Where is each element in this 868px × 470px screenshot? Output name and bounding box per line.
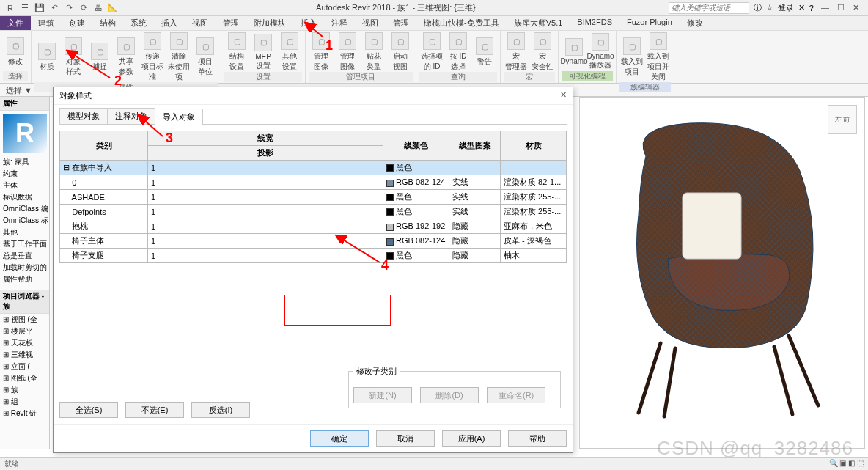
user-icon[interactable]: ☆ xyxy=(766,3,773,12)
ribbon-结构设置[interactable]: ▢结构设置 xyxy=(224,32,249,72)
tree-item[interactable]: ⊞ Revit 链 xyxy=(0,408,49,419)
ribbon-警告[interactable]: ▢警告 xyxy=(472,32,497,72)
menu-附加模块[interactable]: 附加模块 xyxy=(246,16,293,30)
menu-视图[interactable]: 视图 xyxy=(355,16,386,30)
menu-视图[interactable]: 视图 xyxy=(185,16,216,30)
tree-item[interactable]: ⊞ 视图 (全 xyxy=(0,314,49,326)
apply-button[interactable]: 应用(A) xyxy=(442,430,501,447)
print-icon[interactable]: 🖶 xyxy=(92,2,104,14)
tree-item[interactable]: ⊞ 楼层平 xyxy=(0,326,49,337)
ribbon-其他设置[interactable]: ▢其他设置 xyxy=(277,32,302,72)
ribbon-材质[interactable]: ▢材质 xyxy=(34,32,59,82)
tree-item[interactable]: ⊞ 族 xyxy=(0,384,49,396)
search-input[interactable] xyxy=(669,2,749,14)
info-icon[interactable]: ⓘ xyxy=(754,2,762,13)
file-menu[interactable]: 文件 xyxy=(0,16,31,30)
menu-创建[interactable]: 创建 xyxy=(62,16,92,30)
object-styles-table[interactable]: 类别 线宽 线颜色 线型图案 材质 投影 ⊟ 在族中导入1黑色 01RGB 08… xyxy=(59,131,567,263)
tree-item[interactable]: ⊞ 图纸 (全 xyxy=(0,372,49,384)
ribbon-Dynamo播放器[interactable]: ▢Dynamo播放器 xyxy=(588,32,613,71)
ribbon-捕捉[interactable]: ▢捕捉 xyxy=(87,32,112,82)
ribbon-载入到项目并关闭[interactable]: ▢载入到项目并关闭 xyxy=(646,32,671,82)
invert-button[interactable]: 反选(I) xyxy=(191,402,250,418)
menu-橄榄山快模-免费工具[interactable]: 橄榄山快模-免费工具 xyxy=(416,16,507,30)
save-icon[interactable]: 💾 xyxy=(34,2,45,14)
table-row[interactable]: Defpoints1黑色实线渲染材质 255-... xyxy=(60,205,567,219)
3d-viewport[interactable]: 左 前 xyxy=(579,97,865,449)
table-row[interactable]: ASHADE1黑色实线渲染材质 255-... xyxy=(60,190,567,205)
sync-icon[interactable]: ⟳ xyxy=(78,2,89,14)
revit-icon[interactable]: R xyxy=(4,2,16,14)
ribbon-MEP设置[interactable]: ▢MEP设置 xyxy=(251,32,276,72)
tab-注释对象[interactable]: 注释对象 xyxy=(107,108,155,124)
ribbon-宏安全性[interactable]: ▢宏安全性 xyxy=(530,32,555,72)
login-link[interactable]: 登录 xyxy=(778,2,794,13)
table-row[interactable]: 抱枕1RGB 192-192隐藏亚麻布，米色 xyxy=(60,219,567,234)
tab-导入对象[interactable]: 导入对象 xyxy=(155,109,203,125)
menu-管理[interactable]: 管理 xyxy=(216,16,246,30)
tree-item[interactable]: ⊞ 组 xyxy=(0,396,49,408)
ribbon-管理图像[interactable]: ▢管理图像 xyxy=(335,32,360,72)
exchange-icon[interactable]: ✕ xyxy=(798,3,805,12)
prop-row[interactable]: 其他 xyxy=(0,227,49,238)
ribbon-清除未使用项[interactable]: ▢清除未使用项 xyxy=(166,32,191,82)
undo-icon[interactable]: ↶ xyxy=(48,2,60,14)
table-row[interactable]: 01RGB 082-124实线渲染材质 82-1... xyxy=(60,175,567,190)
cancel-button[interactable]: 取消 xyxy=(376,430,435,447)
prop-row[interactable]: 标识数据 xyxy=(0,191,49,203)
prop-row[interactable]: 基于工作平面 xyxy=(0,238,49,250)
ribbon-项目单位[interactable]: ▢项目单位 xyxy=(193,32,218,82)
max-icon[interactable]: ☐ xyxy=(834,3,847,12)
menu-系统[interactable]: 系统 xyxy=(123,16,154,30)
menu-插入[interactable]: 插入 xyxy=(154,16,185,30)
ribbon-Dynamo[interactable]: ▢Dynamo xyxy=(562,32,586,71)
table-row[interactable]: ⊟ 在族中导入1黑色 xyxy=(60,161,567,175)
redo-icon[interactable]: ↷ xyxy=(63,2,75,14)
ribbon-启动视图[interactable]: ▢启动视图 xyxy=(388,32,413,72)
ribbon-传递项目标准[interactable]: ▢传递项目标准 xyxy=(140,32,165,82)
min-icon[interactable]: — xyxy=(818,3,832,12)
ribbon-宏管理器[interactable]: ▢宏管理器 xyxy=(504,32,529,72)
tree-item[interactable]: ⊞ 天花板 xyxy=(0,337,49,349)
select-all-button[interactable]: 全选(S) xyxy=(59,402,118,418)
table-row[interactable]: 椅子主体1RGB 082-124隐藏皮革 - 深褐色 xyxy=(60,234,567,249)
help-button[interactable]: 帮助 xyxy=(508,430,567,447)
help-icon[interactable]: ? xyxy=(809,4,814,12)
menu-注释[interactable]: 注释 xyxy=(324,16,355,30)
prop-row[interactable]: 主体 xyxy=(0,180,49,191)
prop-row[interactable]: 族: 家具 xyxy=(0,156,49,168)
menu-修改[interactable]: 修改 xyxy=(680,16,710,30)
open-icon[interactable]: ☰ xyxy=(19,2,31,14)
menu-建筑[interactable]: 建筑 xyxy=(31,16,62,30)
tree-item[interactable]: ⊞ 立面 ( xyxy=(0,361,49,372)
ribbon-共享参数[interactable]: ▢共享参数 xyxy=(114,32,139,82)
prop-row[interactable]: 总是垂直 xyxy=(0,250,49,262)
prop-row[interactable]: 属性帮助 xyxy=(0,273,49,285)
prop-row[interactable]: 约束 xyxy=(0,168,49,180)
menu-BIM2FDS[interactable]: BIM2FDS xyxy=(570,16,619,30)
ok-button[interactable]: 确定 xyxy=(310,430,369,447)
ribbon-修改[interactable]: ▢修改 xyxy=(3,32,28,71)
menu-Fuzor Plugin[interactable]: Fuzor Plugin xyxy=(619,16,680,30)
close-icon[interactable]: ✕ xyxy=(850,3,862,12)
ribbon-对象样式[interactable]: ▢对象样式 xyxy=(61,32,86,82)
ribbon-贴花类型[interactable]: ▢贴花类型 xyxy=(361,32,386,72)
ribbon-group-label: 设置 xyxy=(224,72,302,82)
measure-icon[interactable]: 📐 xyxy=(107,2,119,14)
menu-插入[interactable]: 插入 xyxy=(293,16,324,30)
ribbon-管理图像[interactable]: ▢管理图像 xyxy=(309,32,334,72)
dialog-close-icon[interactable]: ✕ xyxy=(560,90,567,101)
ribbon-按ID选择[interactable]: ▢按 ID选择 xyxy=(446,32,471,72)
ribbon-选择项的ID[interactable]: ▢选择项的 ID xyxy=(419,32,444,72)
prop-row[interactable]: 加载时剪切的 xyxy=(0,262,49,273)
prop-row[interactable]: OmniClass 标 xyxy=(0,215,49,227)
menu-结构[interactable]: 结构 xyxy=(92,16,123,30)
menu-族库大师V5.1[interactable]: 族库大师V5.1 xyxy=(507,16,570,30)
tree-item[interactable]: ⊞ 三维视 xyxy=(0,349,49,361)
tab-模型对象[interactable]: 模型对象 xyxy=(59,108,108,124)
table-row[interactable]: 椅子支腿1黑色隐藏柚木 xyxy=(60,249,567,263)
menu-管理[interactable]: 管理 xyxy=(386,16,416,30)
ribbon-载入到项目[interactable]: ▢载入到项目 xyxy=(619,32,644,82)
prop-row[interactable]: OmniClass 编 xyxy=(0,203,49,215)
select-none-button[interactable]: 不选(E) xyxy=(125,402,184,418)
